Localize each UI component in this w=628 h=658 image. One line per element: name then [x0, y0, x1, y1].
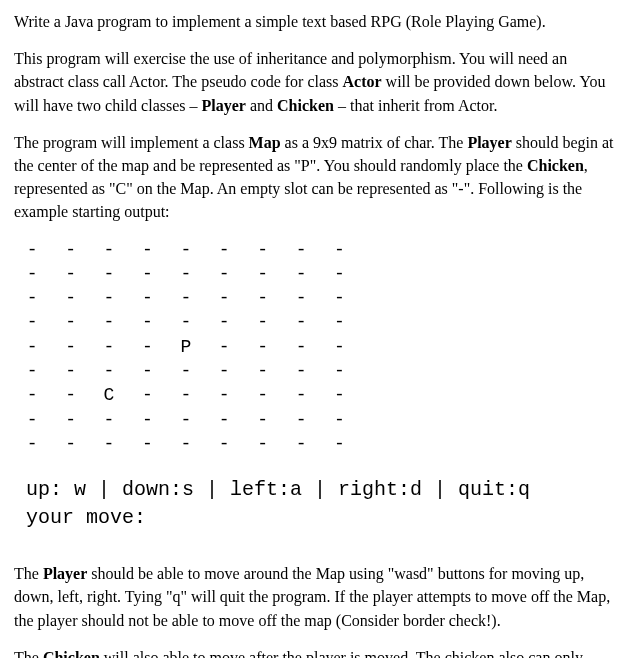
map-grid-output: - - - - - - - - - - - - - - - - - - - - … [14, 238, 614, 457]
inheritance-paragraph: This program will exercise the use of in… [14, 47, 614, 117]
actor-bold: Actor [342, 73, 381, 90]
chicken-bold-3: Chicken [43, 649, 100, 658]
p5-text-c: will also able to move after the player … [14, 649, 583, 658]
intro-paragraph: Write a Java program to implement a simp… [14, 10, 614, 33]
player-bold-2: Player [467, 134, 511, 151]
p2-text-g: – that inherit from Actor. [334, 97, 498, 114]
p3-text-c: as a 9x9 matrix of char. The [281, 134, 468, 151]
player-bold-3: Player [43, 565, 87, 582]
chicken-bold-1: Chicken [277, 97, 334, 114]
controls-output: up: w | down:s | left:a | right:d | quit… [14, 476, 614, 532]
p4-text-c: should be able to move around the Map us… [14, 565, 610, 628]
p3-text-a: The program will implement a class [14, 134, 249, 151]
player-movement-paragraph: The Player should be able to move around… [14, 562, 614, 632]
chicken-bold-2: Chicken [527, 157, 584, 174]
chicken-movement-paragraph: The Chicken will also able to move after… [14, 646, 614, 658]
map-paragraph: The program will implement a class Map a… [14, 131, 614, 224]
p4-text-a: The [14, 565, 43, 582]
player-bold-1: Player [202, 97, 246, 114]
p5-text-a: The [14, 649, 43, 658]
p2-text-e: and [246, 97, 277, 114]
map-bold: Map [249, 134, 281, 151]
